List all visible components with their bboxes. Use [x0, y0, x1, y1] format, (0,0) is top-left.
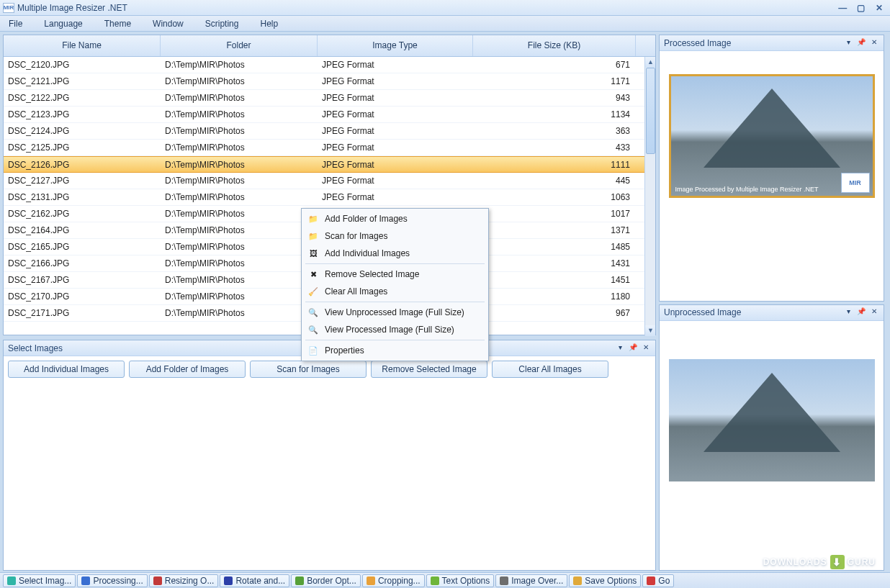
scroll-up-arrow-icon[interactable]: ▲ — [645, 57, 655, 68]
panel-close-icon[interactable]: ✕ — [869, 38, 879, 48]
tab-image-over[interactable]: Image Over... — [495, 574, 567, 587]
cell-fd: D:\Temp\MIR\Photos — [161, 160, 318, 170]
menu-item-scan-for-images[interactable]: 📁Scan for Images — [303, 227, 487, 245]
scroll-down-arrow-icon[interactable]: ▼ — [645, 325, 655, 336]
watermark-downloads: DOWNLOADS — [763, 557, 827, 567]
pyramid-shape — [704, 89, 840, 168]
tab-border-opt[interactable]: Border Opt... — [291, 574, 361, 587]
menu-item-view-unprocessed-image-full-size[interactable]: 🔍View Unprocessed Image (Full Size) — [303, 304, 487, 321]
tab-cropping[interactable]: Cropping... — [362, 574, 425, 587]
panel-dropdown-icon[interactable]: ▾ — [843, 307, 853, 317]
table-row[interactable]: DSC_2131.JPGD:\Temp\MIR\PhotosJPEG Forma… — [4, 189, 655, 206]
cell-fn: DSC_2162.JPG — [4, 209, 161, 219]
tab-label: Go — [658, 576, 670, 586]
table-row[interactable]: DSC_2123.JPGD:\Temp\MIR\PhotosJPEG Forma… — [4, 107, 655, 123]
menu-item-clear-all-images[interactable]: 🧹Clear All Images — [303, 283, 487, 300]
cell-fd: D:\Temp\MIR\Photos — [161, 308, 318, 318]
menu-window[interactable]: Window — [148, 17, 188, 30]
table-row[interactable]: DSC_2126.JPGD:\Temp\MIR\PhotosJPEG Forma… — [4, 156, 655, 173]
add-individual-images-button[interactable]: Add Individual Images — [8, 361, 125, 378]
cell-fn: DSC_2166.JPG — [4, 258, 161, 268]
processed-image-caption: Image Processed by Multiple Image Resize… — [675, 186, 868, 193]
col-file-name[interactable]: File Name — [4, 35, 161, 56]
tab-label: Processing... — [93, 576, 143, 586]
processed-image-title: Processed Image — [664, 38, 731, 48]
cell-it: JPEG Format — [318, 143, 473, 153]
tab-text-options[interactable]: Text Options — [426, 574, 495, 587]
table-row[interactable]: DSC_2120.JPGD:\Temp\MIR\PhotosJPEG Forma… — [4, 57, 655, 73]
table-row[interactable]: DSC_2127.JPGD:\Temp\MIR\PhotosJPEG Forma… — [4, 173, 655, 189]
menu-theme[interactable]: Theme — [100, 17, 135, 30]
remove-selected-image-button[interactable]: Remove Selected Image — [371, 361, 487, 378]
cell-fd: D:\Temp\MIR\Photos — [161, 192, 318, 202]
add-folder-of-images-button[interactable]: Add Folder of Images — [129, 361, 246, 378]
menu-item-label: Remove Selected Image — [325, 269, 419, 279]
tab-go[interactable]: Go — [642, 574, 674, 587]
clear-all-images-button[interactable]: Clear All Images — [492, 361, 608, 378]
menu-help[interactable]: Help — [256, 17, 282, 30]
tab-rotate-and[interactable]: Rotate and... — [220, 574, 289, 587]
col-scroll-spacer — [636, 35, 647, 56]
tab-label: Select Imag... — [19, 576, 71, 586]
table-row[interactable]: DSC_2125.JPGD:\Temp\MIR\PhotosJPEG Forma… — [4, 140, 655, 156]
processed-image-body: Image Processed by Multiple Image Resize… — [660, 51, 884, 301]
close-button[interactable]: ✕ — [871, 3, 887, 13]
cell-it: JPEG Format — [318, 192, 473, 202]
unprocessed-image-title: Unprocessed Image — [664, 307, 741, 317]
tab-icon — [431, 576, 439, 585]
maximize-button[interactable]: ▢ — [853, 3, 869, 13]
panel-pin-icon[interactable]: 📌 — [628, 343, 638, 353]
panel-pin-icon[interactable]: 📌 — [856, 307, 866, 317]
panel-dropdown-icon[interactable]: ▾ — [615, 343, 625, 353]
panel-close-icon[interactable]: ✕ — [869, 307, 879, 317]
minimize-button[interactable]: — — [835, 3, 850, 13]
tab-icon — [81, 576, 90, 585]
menu-item-label: Scan for Images — [325, 231, 387, 241]
cell-fd: D:\Temp\MIR\Photos — [161, 143, 318, 153]
menu-item-properties[interactable]: 📄Properties — [303, 342, 487, 359]
tab-resizing-o[interactable]: Resizing O... — [149, 574, 219, 587]
vertical-scrollbar[interactable]: ▲ ▼ — [644, 57, 655, 336]
panel-close-icon[interactable]: ✕ — [641, 343, 651, 353]
cell-fs: 1371 — [473, 225, 636, 235]
cell-fd: D:\Temp\MIR\Photos — [161, 209, 318, 219]
cell-fn: DSC_2125.JPG — [4, 143, 161, 153]
menu-language[interactable]: Language — [40, 17, 86, 30]
table-row[interactable]: DSC_2122.JPGD:\Temp\MIR\PhotosJPEG Forma… — [4, 90, 655, 107]
unprocessed-image-preview[interactable] — [669, 359, 875, 481]
tab-label: Resizing O... — [165, 576, 215, 586]
col-folder[interactable]: Folder — [161, 35, 318, 56]
panel-dropdown-icon[interactable]: ▾ — [843, 38, 853, 48]
tab-label: Cropping... — [378, 576, 421, 586]
menu-item-label: View Unprocessed Image (Full Size) — [325, 307, 464, 317]
menu-scripting[interactable]: Scripting — [201, 17, 243, 30]
col-image-type[interactable]: Image Type — [318, 35, 473, 56]
panel-pin-icon[interactable]: 📌 — [856, 38, 866, 48]
menu-item-icon: 🧹 — [307, 286, 319, 297]
cell-fs: 1111 — [473, 160, 636, 170]
scroll-thumb[interactable] — [646, 68, 655, 154]
table-row[interactable]: DSC_2121.JPGD:\Temp\MIR\PhotosJPEG Forma… — [4, 73, 655, 90]
col-file-size[interactable]: File Size (KB) — [473, 35, 636, 56]
tab-processing[interactable]: Processing... — [77, 574, 147, 587]
table-row[interactable]: DSC_2124.JPGD:\Temp\MIR\PhotosJPEG Forma… — [4, 123, 655, 140]
menu-file[interactable]: File — [4, 17, 27, 30]
cell-fd: D:\Temp\MIR\Photos — [161, 93, 318, 103]
cell-fn: DSC_2165.JPG — [4, 242, 161, 252]
processed-image-header: Processed Image ▾ 📌 ✕ — [660, 35, 884, 51]
cell-fn: DSC_2131.JPG — [4, 192, 161, 202]
menu-item-icon: 📄 — [307, 345, 319, 356]
scan-for-images-button[interactable]: Scan for Images — [250, 361, 367, 378]
app-icon: MIR — [3, 3, 14, 13]
download-arrow-icon: ⬇ — [830, 555, 845, 569]
menu-item-icon: 🔍 — [307, 324, 319, 335]
menu-item-remove-selected-image[interactable]: ✖Remove Selected Image — [303, 266, 487, 283]
processed-image-preview[interactable]: Image Processed by Multiple Image Resize… — [669, 74, 875, 198]
cell-fn: DSC_2121.JPG — [4, 76, 161, 86]
menu-item-view-processed-image-full-size[interactable]: 🔍View Processed Image (Full Size) — [303, 321, 487, 338]
menu-item-add-folder-of-images[interactable]: 📁Add Folder of Images — [303, 210, 487, 227]
tab-save-options[interactable]: Save Options — [569, 574, 641, 587]
menu-item-add-individual-images[interactable]: 🖼Add Individual Images — [303, 245, 487, 262]
menu-item-label: Add Individual Images — [325, 248, 410, 258]
tab-select-imag[interactable]: Select Imag... — [3, 574, 76, 587]
